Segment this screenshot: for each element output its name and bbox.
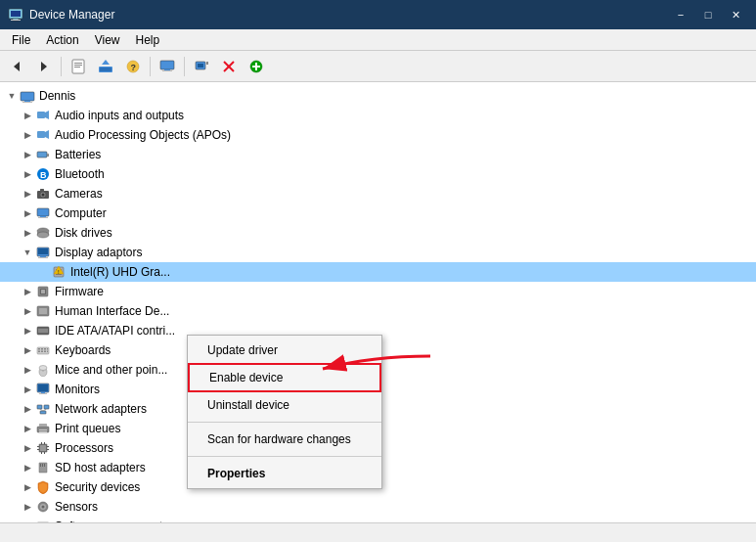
svg-rect-59 (39, 308, 47, 314)
menu-file[interactable]: File (4, 31, 38, 49)
svg-rect-15 (160, 61, 174, 69)
svg-rect-91 (47, 446, 49, 447)
hid-expander: ▶ (20, 303, 35, 319)
diskdrives-label: Disk drives (55, 226, 112, 240)
root-label: Dennis (39, 89, 75, 103)
menu-help[interactable]: Help (128, 31, 168, 49)
svg-rect-80 (40, 411, 46, 414)
security-label: Security devices (55, 480, 140, 494)
device-manager-icon-button[interactable] (155, 55, 180, 78)
tree-root[interactable]: ▼ Dennis (0, 86, 756, 106)
tree-item-sensors[interactable]: ▶ Sensors (0, 497, 756, 517)
main-content: ▼ Dennis ▶ Audio inputs and outputs ▶ (0, 82, 756, 522)
svg-rect-17 (162, 70, 172, 71)
properties-button[interactable] (66, 55, 91, 78)
svg-rect-69 (44, 351, 46, 353)
tree-item-audio[interactable]: ▶ Audio inputs and outputs (0, 106, 756, 125)
svg-point-46 (37, 232, 49, 238)
batteries-expander: ▶ (20, 147, 35, 162)
context-menu-sep2 (188, 456, 381, 457)
toolbar-sep-3 (184, 57, 185, 76)
svg-line-81 (40, 409, 44, 411)
update-driver-button[interactable] (93, 55, 118, 78)
toolbar: ? (0, 51, 756, 82)
svg-rect-3 (11, 11, 21, 17)
forward-button[interactable] (31, 55, 57, 78)
minimize-button[interactable]: − (668, 5, 693, 24)
context-menu-scan[interactable]: Scan for hardware changes (188, 427, 381, 452)
tree-item-apo[interactable]: ▶ Audio Processing Objects (APOs) (0, 125, 756, 145)
status-bar (0, 522, 756, 542)
svg-rect-9 (74, 67, 80, 68)
softwarecomp-label: Software components (55, 519, 168, 522)
remove-button[interactable] (216, 55, 242, 78)
tree-item-intel[interactable]: ! Intel(R) UHD Gra... (0, 262, 756, 282)
svg-rect-11 (100, 68, 111, 71)
sensors-icon (35, 499, 51, 515)
print-expander: ▶ (20, 421, 35, 436)
mice-icon (35, 362, 51, 378)
help-button[interactable]: ? (120, 55, 146, 78)
maximize-button[interactable]: □ (695, 5, 721, 24)
close-button[interactable]: ✕ (723, 5, 748, 24)
intel-label: Intel(R) UHD Gra... (70, 265, 170, 279)
back-button[interactable] (4, 55, 29, 78)
security-expander: ▶ (20, 479, 35, 495)
svg-rect-95 (41, 452, 42, 454)
print-label: Print queues (55, 422, 120, 435)
svg-text:B: B (40, 170, 47, 180)
batteries-label: Batteries (55, 148, 101, 161)
cameras-expander: ▶ (20, 186, 35, 202)
title-bar-controls: − □ ✕ (668, 5, 748, 24)
apo-icon (35, 127, 51, 143)
audio-expander: ▶ (20, 108, 35, 123)
svg-rect-76 (39, 393, 47, 394)
svg-point-103 (42, 506, 45, 509)
svg-rect-94 (44, 442, 45, 444)
svg-rect-88 (40, 445, 46, 451)
svg-text:?: ? (131, 63, 137, 72)
keyboards-expander: ▶ (20, 342, 35, 358)
tree-item-cameras[interactable]: ▶ Cameras (0, 184, 756, 203)
computer-expander: ▶ (20, 205, 35, 221)
menu-action[interactable]: Action (38, 31, 86, 49)
tree-item-diskdrives[interactable]: ▶ Disk drives (0, 223, 756, 243)
context-menu-update-driver[interactable]: Update driver (188, 338, 381, 363)
svg-rect-99 (42, 464, 43, 467)
svg-marker-32 (45, 130, 49, 139)
add-button[interactable] (244, 55, 269, 78)
monitors-label: Monitors (55, 383, 100, 396)
svg-rect-85 (39, 429, 47, 430)
title-bar-left: Device Manager (8, 7, 114, 23)
svg-rect-96 (44, 452, 45, 454)
network-expander: ▶ (20, 401, 35, 417)
apo-label: Audio Processing Objects (APOs) (55, 128, 231, 142)
scan-button[interactable] (189, 55, 214, 78)
bluetooth-expander: ▶ (20, 166, 35, 182)
tree-item-computer[interactable]: ▶ Computer (0, 203, 756, 223)
sdhost-label: SD host adapters (55, 461, 146, 474)
tree-item-hid[interactable]: ▶ Human Interface De... (0, 301, 756, 321)
svg-point-39 (42, 194, 45, 197)
svg-rect-100 (44, 464, 45, 467)
tree-item-displayadaptors[interactable]: ▼ Display adaptors (0, 243, 756, 262)
svg-rect-77 (38, 384, 48, 391)
sensors-expander: ▶ (20, 499, 35, 515)
audio-label: Audio inputs and outputs (55, 109, 184, 122)
context-menu-properties[interactable]: Properties (188, 461, 381, 486)
svg-rect-78 (37, 405, 42, 409)
svg-rect-34 (47, 154, 49, 157)
sdhost-expander: ▶ (20, 460, 35, 475)
tree-item-batteries[interactable]: ▶ Batteries (0, 145, 756, 164)
ide-expander: ▶ (20, 323, 35, 339)
tree-item-bluetooth[interactable]: ▶ B Bluetooth (0, 164, 756, 184)
keyboards-label: Keyboards (55, 343, 111, 357)
computer-label: Computer (55, 206, 107, 220)
context-menu-enable-device[interactable]: Enable device (188, 363, 381, 392)
root-icon (20, 88, 35, 104)
context-menu-uninstall-device[interactable]: Uninstall device (188, 392, 381, 418)
tree-item-softwarecomp[interactable]: ▶ Software components (0, 517, 756, 522)
menu-view[interactable]: View (87, 31, 128, 49)
tree-item-firmware[interactable]: ▶ Firmware (0, 282, 756, 301)
context-menu-sep1 (188, 422, 381, 423)
